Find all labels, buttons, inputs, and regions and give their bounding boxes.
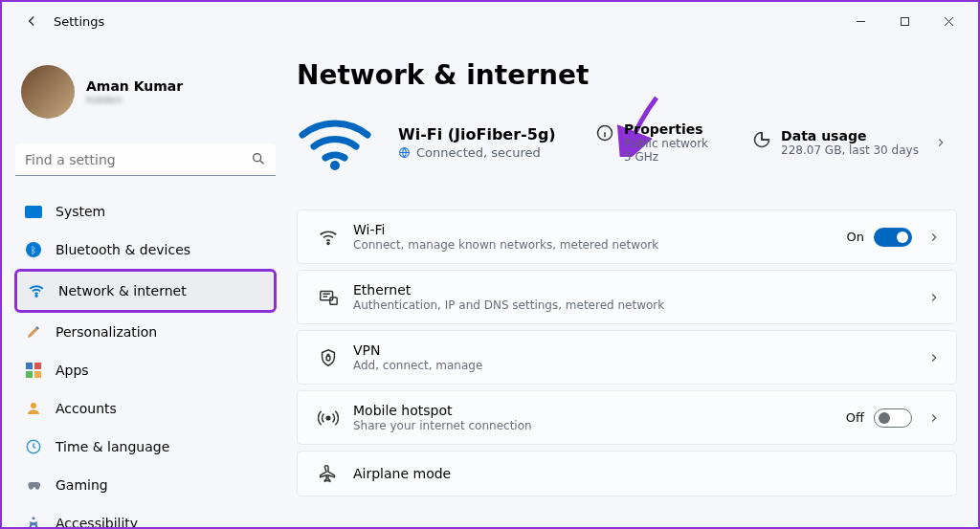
connection-name: Wi-Fi (JioFiber-5g) [398,125,570,143]
nav-accounts[interactable]: Accounts [15,390,276,427]
card-sub: Share your internet connection [353,419,846,432]
wifi-card[interactable]: Wi-Fi Connect, manage known networks, me… [297,209,957,264]
nav-system[interactable]: System [15,193,276,230]
connection-state: Connected, secured [416,145,541,160]
card-title: Ethernet [353,282,912,298]
svg-point-1 [254,154,261,162]
properties-tile[interactable]: Properties Public network 5 GHz [595,121,708,164]
svg-point-2 [35,296,37,298]
card-title: VPN [353,342,912,358]
wifi-icon [313,227,344,248]
pie-chart-icon [752,130,771,149]
svg-rect-5 [26,371,33,378]
window-maximize-button[interactable] [882,6,926,36]
vpn-card[interactable]: VPN Add, connect, manage [297,330,957,385]
card-title: Wi-Fi [353,222,847,237]
chevron-right-icon [927,231,941,244]
app-title: Settings [54,14,104,29]
svg-point-17 [326,416,330,420]
avatar [21,65,75,119]
nav-label: Accounts [56,401,117,416]
nav-time-language[interactable]: Time & language [15,429,276,465]
nav-bluetooth[interactable]: ᛒ Bluetooth & devices [15,231,276,268]
hotspot-card[interactable]: Mobile hotspot Share your internet conne… [297,390,957,445]
properties-sub2: 5 GHz [624,150,708,164]
svg-rect-3 [26,363,33,369]
account-header[interactable]: Aman Kumar hidden [21,65,270,119]
gamepad-icon [25,476,42,494]
svg-rect-0 [901,17,908,25]
wifi-large-icon [297,114,373,171]
svg-point-10 [330,161,340,170]
toggle-label: Off [846,410,864,425]
nav-personalization[interactable]: Personalization [15,314,276,350]
nav-label: Apps [56,363,89,378]
user-name: Aman Kumar [86,78,183,94]
globe-icon [398,146,411,159]
chevron-right-icon [934,136,947,149]
hotspot-icon [313,408,344,429]
person-icon [25,400,42,417]
svg-rect-16 [326,356,330,361]
svg-rect-14 [321,291,333,299]
nav-label: System [56,204,105,219]
search-input[interactable] [15,143,276,176]
svg-rect-6 [34,371,41,378]
svg-rect-4 [34,363,41,369]
usage-title: Data usage [781,128,919,143]
shield-lock-icon [313,347,344,368]
window-minimize-button[interactable] [838,6,882,36]
info-icon [595,123,614,143]
nav-apps[interactable]: Apps [15,352,276,388]
nav-label: Bluetooth & devices [56,242,190,257]
chevron-right-icon [927,411,941,425]
network-icon [28,282,45,299]
hotspot-toggle[interactable] [874,408,912,428]
usage-sub: 228.07 GB, last 30 days [781,143,919,157]
card-title: Mobile hotspot [353,403,846,418]
toggle-label: On [847,230,864,244]
nav-label: Time & language [56,439,169,454]
ethernet-icon [313,287,344,308]
data-usage-tile[interactable]: Data usage 228.07 GB, last 30 days [752,128,947,157]
ethernet-card[interactable]: Ethernet Authentication, IP and DNS sett… [297,270,957,324]
back-button[interactable] [23,12,40,30]
properties-sub1: Public network [624,137,708,150]
svg-point-9 [33,517,35,519]
chevron-right-icon [927,351,941,364]
nav-accessibility[interactable]: Accessibility [15,505,276,529]
card-title: Airplane mode [353,466,941,481]
nav-gaming[interactable]: Gaming [15,467,276,503]
user-email: hidden [86,94,183,106]
window-close-button[interactable] [926,6,970,36]
nav-label: Personalization [56,324,157,340]
bluetooth-icon: ᛒ [25,241,42,258]
svg-point-13 [327,242,329,244]
accessibility-icon [25,515,42,529]
chevron-right-icon [927,291,941,304]
airplane-card[interactable]: Airplane mode [297,451,957,496]
card-sub: Connect, manage known networks, metered … [353,238,847,252]
svg-rect-15 [330,298,337,304]
properties-title: Properties [624,121,708,137]
card-sub: Add, connect, manage [353,359,912,372]
system-icon [25,203,42,220]
nav-label: Network & internet [58,283,187,298]
card-sub: Authentication, IP and DNS settings, met… [353,298,912,312]
annotation-highlight: Network & internet [14,269,277,313]
nav-label: Accessibility [56,516,138,529]
nav-label: Gaming [56,477,108,493]
apps-icon [25,362,42,379]
clock-globe-icon [25,438,42,455]
search-icon [251,151,266,166]
nav-network[interactable]: Network & internet [18,273,273,309]
airplane-icon [313,463,344,484]
wifi-toggle[interactable] [874,228,912,247]
paintbrush-icon [25,323,42,341]
page-title: Network & internet [297,59,957,91]
svg-point-7 [31,403,36,408]
